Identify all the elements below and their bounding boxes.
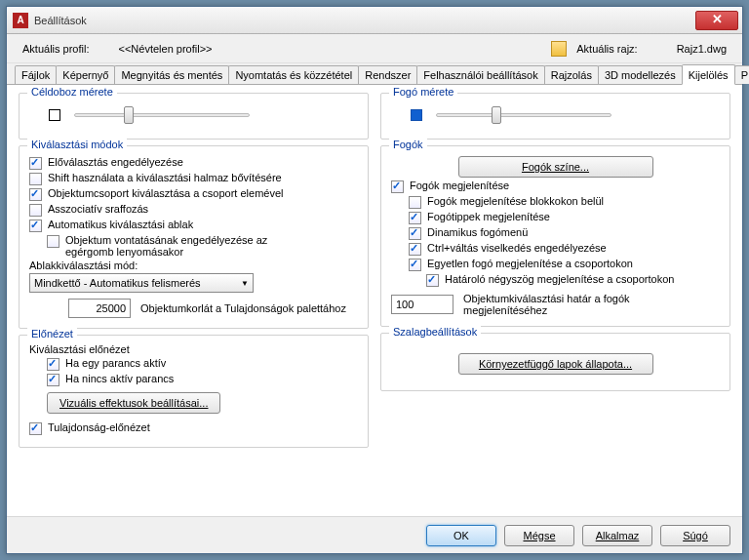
tab-nyomtat-s-s-k-zz-t-tel[interactable]: Nyomtatás és közzététel [228,65,359,84]
titlebar[interactable]: A Beállítások ✕ [7,7,742,34]
pickbox-size-group: Céldoboz mérete [19,93,369,140]
grip-size-slider[interactable] [436,113,611,117]
visual-effects-button[interactable]: Vizuális effektusok beállításai... [47,392,220,414]
window-mode-label: Ablakkiválasztási mód: [29,260,358,271]
current-profile-value: <<Névtelen profil>> [118,43,212,55]
tab-3d-modellez-s[interactable]: 3D modellezés [598,65,683,84]
grip-size-group: Fogó mérete [380,93,730,140]
dialog-footer: OK Mégse Alkalmaz Súgó [7,516,742,553]
current-drawing-value: Rajz1.dwg [677,43,727,55]
chk-dyn-grip-menu[interactable] [409,227,421,240]
chk-show-grips[interactable] [391,180,404,193]
chk-when-cmd-active[interactable] [47,358,59,371]
current-profile-label: Aktuális profil: [22,43,89,55]
chk-grips-in-blocks[interactable] [409,196,421,209]
tab-kijel-l-s[interactable]: Kijelölés [682,64,735,85]
tab-f-jlok[interactable]: Fájlok [15,65,57,84]
tab-rendszer[interactable]: Rendszer [358,65,417,84]
selection-modes-group: Kiválasztási módok Előválasztás engedély… [19,145,369,329]
chk-ctrl-cycle[interactable] [409,243,421,256]
header-row: Aktuális profil: <<Névtelen profil>> Akt… [7,34,742,63]
tab-rajzol-s[interactable]: Rajzolás [544,65,599,84]
tabs-bar: FájlokKépernyőMegnyitás és mentésNyomtat… [7,63,742,85]
pickbox-preview-icon [49,109,60,121]
chk-single-grip-groups[interactable] [409,259,421,271]
chevron-down-icon: ▼ [241,279,249,288]
grip-limit-input[interactable]: 100 [391,295,453,314]
ok-button[interactable]: OK [426,525,496,546]
tab-megnyit-s-s-ment-s[interactable]: Megnyitás és mentés [114,65,229,84]
window-title: Beállítások [34,15,691,26]
grips-group: Fogók Fogók színe... Fogók megjelenítése… [380,145,730,327]
chk-bbox-groups[interactable] [426,274,439,287]
right-column: Fogó mérete Fogók Fogók színe... Fogók m… [380,93,730,510]
drawing-icon [551,41,567,57]
chk-shift-add[interactable] [29,173,42,185]
help-button[interactable]: Súgó [660,525,730,546]
preview-group: Előnézet Kiválasztási előnézet Ha egy pa… [19,335,369,448]
window-mode-combo[interactable]: Mindkettő - Automatikus felismerés ▼ [29,273,254,293]
object-limit-input[interactable]: 25000 [68,299,131,318]
pickbox-size-slider[interactable] [74,113,250,117]
cancel-button[interactable]: Mégse [504,525,574,546]
chk-object-grouping[interactable] [29,188,42,201]
apply-button[interactable]: Alkalmaz [582,525,652,546]
left-column: Céldoboz mérete Kiválasztási módok Elővá… [19,93,369,510]
chk-assoc-hatch[interactable] [29,204,42,217]
grip-preview-icon [411,109,422,121]
chk-implied-window[interactable] [29,220,42,232]
grip-colors-button[interactable]: Fogók színe... [458,156,653,178]
chk-press-drag[interactable] [47,235,59,248]
ribbon-settings-group: Szalagbeállítások Környezetfüggő lapok á… [380,333,730,391]
contextual-tabs-button[interactable]: Környezetfüggő lapok állapota... [458,353,653,375]
current-drawing-label: Aktuális rajz: [576,43,637,55]
tab-p[interactable]: P [734,65,749,84]
tab-felhaszn-l-i-be-ll-t-sok[interactable]: Felhasználói beállítások [416,65,544,84]
chk-grip-tips[interactable] [409,212,421,224]
app-icon: A [13,13,28,28]
close-button[interactable]: ✕ [695,11,738,30]
tab-k-perny-[interactable]: Képernyő [56,65,115,84]
settings-window: A Beállítások ✕ Aktuális profil: <<Névte… [6,6,743,554]
chk-property-preview[interactable] [29,422,42,435]
chk-when-no-cmd[interactable] [47,374,59,386]
selection-preview-label: Kiválasztási előnézet [29,343,130,355]
chk-noun-verb[interactable] [29,157,42,170]
